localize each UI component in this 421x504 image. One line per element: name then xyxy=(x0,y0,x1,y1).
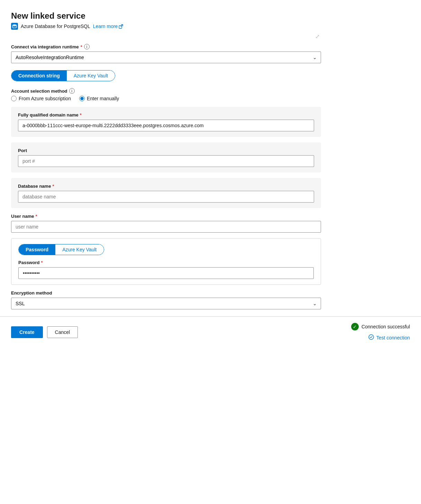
user-name-required-star: * xyxy=(35,214,37,219)
fqdn-section: Fully qualified domain name * xyxy=(11,107,321,137)
svg-point-1 xyxy=(12,25,17,26)
user-name-input[interactable] xyxy=(11,221,321,233)
radio-input-enter-manually[interactable] xyxy=(79,96,85,101)
radio-enter-manually[interactable]: Enter manually xyxy=(79,96,119,101)
footer: Create Cancel ✓ Connection successful Te… xyxy=(0,317,421,348)
database-name-label: Database name * xyxy=(18,184,314,189)
learn-more-link[interactable]: Learn more xyxy=(93,24,123,29)
database-name-input[interactable] xyxy=(18,191,314,203)
resize-handle: ⤢ xyxy=(11,33,321,40)
account-selection-label: Account selection method i xyxy=(11,88,321,94)
port-input[interactable] xyxy=(18,155,314,167)
port-label: Port xyxy=(18,148,314,153)
svg-rect-0 xyxy=(11,23,18,30)
connection-string-tab[interactable]: Connection string xyxy=(11,71,67,81)
footer-right-status: ✓ Connection successful Test connection xyxy=(351,323,410,342)
user-name-field: User name * xyxy=(11,214,321,233)
cancel-button[interactable]: Cancel xyxy=(47,326,78,338)
create-button[interactable]: Create xyxy=(11,326,43,338)
radio-input-from-azure[interactable] xyxy=(11,96,17,101)
account-selection-radio-group: From Azure subscription Enter manually xyxy=(11,96,321,101)
page-title: New linked service xyxy=(11,11,321,21)
azure-key-vault-tab[interactable]: Azure Key Vault xyxy=(67,71,115,81)
encryption-method-field: Encryption method SSL ⌄ xyxy=(11,290,321,309)
integration-runtime-select[interactable]: AutoResolveIntegrationRuntime xyxy=(11,52,321,63)
encryption-method-label: Encryption method xyxy=(11,290,321,296)
required-star: * xyxy=(81,44,82,49)
port-section: Port xyxy=(11,142,321,172)
fqdn-label: Fully qualified domain name * xyxy=(18,112,314,118)
password-tab[interactable]: Password xyxy=(19,244,55,255)
fqdn-required-star: * xyxy=(80,112,82,118)
radio-from-azure-subscription[interactable]: From Azure subscription xyxy=(11,96,71,101)
test-connection-button[interactable]: Test connection xyxy=(368,334,410,342)
test-connection-label: Test connection xyxy=(376,335,410,340)
connection-success-text: Connection successful xyxy=(361,324,410,329)
database-name-required-star: * xyxy=(52,184,54,189)
account-selection-info-icon[interactable]: i xyxy=(69,88,75,94)
password-tab-toggle: Password Azure Key Vault xyxy=(18,244,104,255)
connection-tab-toggle: Connection string Azure Key Vault xyxy=(11,70,115,81)
connection-success-status: ✓ Connection successful xyxy=(351,323,410,330)
database-name-section: Database name * xyxy=(11,178,321,208)
password-azure-key-vault-tab[interactable]: Azure Key Vault xyxy=(55,244,103,255)
subtitle-text: Azure Database for PostgreSQL xyxy=(21,24,90,29)
success-checkmark-icon: ✓ xyxy=(351,323,359,330)
password-label: Password * xyxy=(18,260,314,265)
encryption-method-select[interactable]: SSL xyxy=(11,298,321,309)
integration-runtime-label: Connect via integration runtime * i xyxy=(11,44,321,49)
password-required-star: * xyxy=(41,260,43,265)
footer-left-actions: Create Cancel xyxy=(11,326,78,338)
db-icon xyxy=(11,23,18,30)
integration-runtime-info-icon[interactable]: i xyxy=(84,44,90,49)
fqdn-input[interactable] xyxy=(18,120,314,131)
password-input[interactable] xyxy=(18,267,314,279)
password-card: Password Azure Key Vault Password * xyxy=(11,238,321,285)
test-connection-icon xyxy=(368,334,374,342)
user-name-label: User name * xyxy=(11,214,321,219)
